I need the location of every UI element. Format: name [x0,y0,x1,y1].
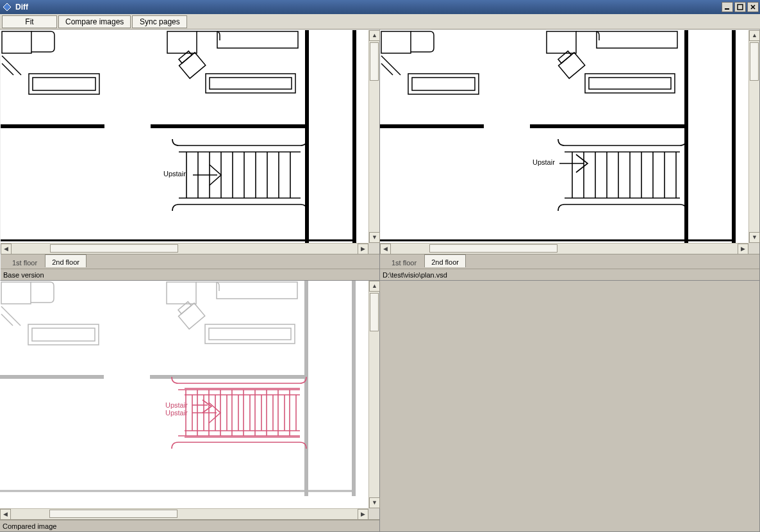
scroll-right-button[interactable]: ▶ [358,509,368,520]
viewer: Upstair Upstair ▲ ▼ ◀ ▶ [0,281,379,520]
workspace: Upstair ▲ ▼ ◀ ▶ [0,29,760,532]
window-title: Diff [15,3,720,12]
svg-rect-35 [412,78,475,90]
scroll-left-button[interactable]: ◀ [0,509,11,520]
pane-file: Upstair ▲ ▼ ◀ ▶ 1st flo [380,29,760,281]
svg-rect-41 [589,78,671,89]
tab-1st-floor[interactable]: 1st floor [385,256,423,269]
vertical-scrollbar[interactable]: ▲ ▼ [368,30,379,243]
scroll-up-button[interactable]: ▲ [369,30,380,41]
scroll-down-button[interactable]: ▼ [369,232,380,243]
scroll-right-button[interactable]: ▶ [358,244,368,254]
stair-label: Upstair [163,170,186,178]
page-tabs: 1st floor 2nd floor [1,254,379,269]
floorplan-drawing [1,30,368,243]
svg-rect-9 [217,31,298,48]
svg-rect-37 [597,31,677,48]
tab-2nd-floor[interactable]: 2nd floor [45,254,87,267]
viewer: Upstair ▲ ▼ ◀ ▶ [1,30,379,254]
close-button[interactable] [747,2,759,12]
pane-empty [380,281,760,532]
page-tabs: 1st floor 2nd floor [380,254,759,269]
floorplan-drawing [380,30,748,243]
stair-label-diff-2: Upstair [165,409,188,417]
floorplan-canvas-base[interactable]: Upstair [1,30,368,243]
svg-rect-2 [738,4,743,10]
toolbar: Fit Compare images Sync pages [0,14,760,29]
svg-rect-12 [206,74,295,93]
pane-base: Upstair ▲ ▼ ◀ ▶ [0,29,380,281]
scrollbar-corner [368,508,379,519]
pane-status: Compared image [0,520,379,531]
scroll-up-button[interactable]: ▲ [369,281,380,292]
svg-rect-10 [179,53,206,78]
horizontal-scrollbar[interactable]: ◀ ▶ [380,243,748,254]
svg-rect-13 [210,78,292,89]
pane-status: Base version [1,269,379,280]
compare-images-button[interactable]: Compare images [58,15,131,28]
svg-rect-5 [2,31,31,53]
tab-2nd-floor[interactable]: 2nd floor [424,254,466,267]
title-bar: Diff [0,0,760,14]
viewer: Upstair ▲ ▼ ◀ ▶ [380,30,759,254]
svg-rect-34 [408,74,479,94]
scrollbar-corner [748,243,759,254]
svg-rect-1 [725,8,729,10]
vertical-scrollbar[interactable]: ▲ ▼ [368,281,379,508]
floorplan-canvas-diff[interactable]: Upstair Upstair [0,281,368,508]
scroll-down-button[interactable]: ▼ [749,232,760,243]
minimize-button[interactable] [722,2,733,12]
svg-marker-0 [3,3,11,11]
horizontal-scrollbar[interactable]: ◀ ▶ [0,508,368,519]
scroll-up-button[interactable]: ▲ [749,30,760,41]
scroll-left-button[interactable]: ◀ [1,244,12,254]
svg-rect-6 [29,74,99,94]
svg-rect-40 [585,74,675,93]
vertical-scrollbar[interactable]: ▲ ▼ [748,30,759,243]
svg-rect-38 [559,53,585,78]
scroll-down-button[interactable]: ▼ [369,497,380,508]
pane-compared: Upstair Upstair ▲ ▼ ◀ ▶ [0,281,380,532]
app-icon [3,3,12,12]
scroll-left-button[interactable]: ◀ [380,244,391,254]
pane-status: D:\test\visio\plan.vsd [380,269,759,280]
svg-rect-36 [547,31,576,53]
scroll-right-button[interactable]: ▶ [738,244,748,254]
sync-pages-button[interactable]: Sync pages [132,15,187,28]
stair-label: Upstair [533,158,555,166]
maximize-button[interactable] [734,2,746,12]
tab-1st-floor[interactable]: 1st floor [6,256,44,269]
diff-overlay-icon [0,281,368,496]
svg-rect-7 [33,78,95,90]
horizontal-scrollbar[interactable]: ◀ ▶ [1,243,368,254]
svg-rect-33 [381,31,411,53]
svg-rect-8 [167,31,197,53]
floorplan-canvas-file[interactable]: Upstair [380,30,748,243]
fit-button[interactable]: Fit [2,15,57,28]
stair-label-diff-1: Upstair [165,401,188,409]
scrollbar-corner [368,243,379,254]
